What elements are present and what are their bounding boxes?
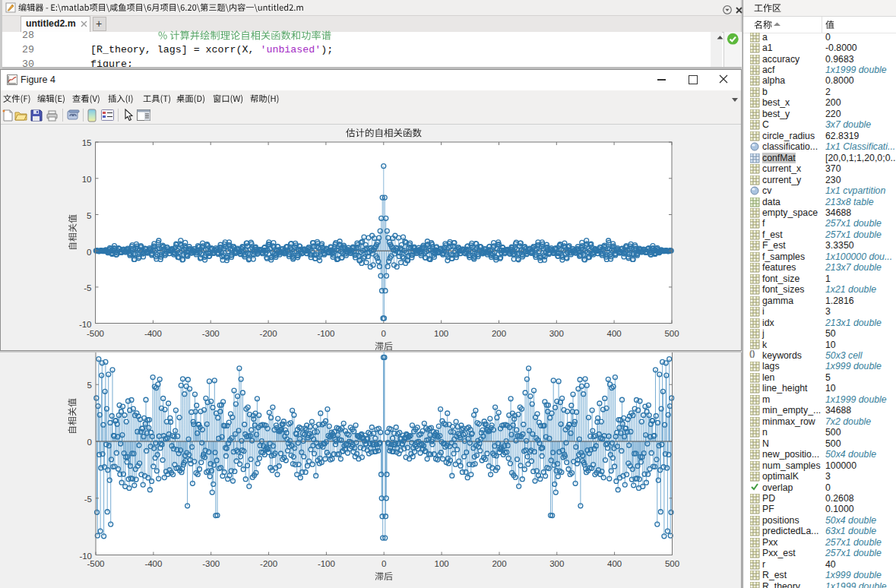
svg-text:400: 400 — [607, 329, 622, 338]
svg-text:100: 100 — [434, 329, 448, 338]
svg-text:200: 200 — [492, 329, 506, 338]
svg-text:-500: -500 — [87, 559, 104, 568]
svg-text:300: 300 — [549, 329, 564, 338]
svg-text:100: 100 — [435, 559, 449, 568]
svg-text:-400: -400 — [144, 329, 162, 338]
svg-text:5: 5 — [87, 381, 92, 390]
svg-text:500: 500 — [664, 329, 679, 338]
svg-text:-300: -300 — [202, 329, 220, 338]
svg-text:-5: -5 — [84, 495, 92, 504]
svg-text:200: 200 — [492, 559, 506, 568]
svg-text:300: 300 — [549, 559, 564, 568]
svg-text:0: 0 — [87, 438, 92, 447]
svg-text:-500: -500 — [87, 329, 104, 338]
svg-text:-200: -200 — [260, 559, 277, 568]
svg-text:0: 0 — [382, 329, 386, 338]
svg-text:5: 5 — [87, 211, 91, 220]
svg-text:-300: -300 — [202, 559, 220, 568]
svg-text:0: 0 — [87, 248, 91, 257]
svg-text:-100: -100 — [317, 329, 334, 338]
svg-text:-400: -400 — [144, 559, 162, 568]
svg-text:-10: -10 — [79, 552, 92, 561]
svg-text:400: 400 — [607, 559, 622, 568]
svg-text:-200: -200 — [260, 329, 277, 338]
svg-text:-10: -10 — [79, 320, 92, 329]
svg-text:500: 500 — [665, 559, 679, 568]
svg-text:0: 0 — [382, 559, 386, 568]
svg-text:15: 15 — [82, 138, 92, 147]
svg-text:-5: -5 — [84, 283, 91, 292]
svg-text:-100: -100 — [318, 559, 335, 568]
svg-text:10: 10 — [82, 175, 92, 184]
